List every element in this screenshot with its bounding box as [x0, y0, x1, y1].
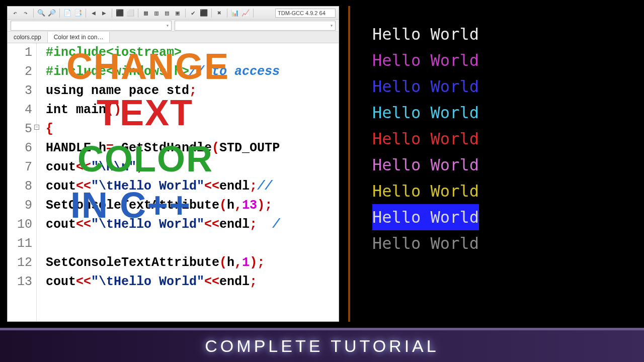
code-line[interactable]: cout<<"\tHello World"<<endl; / — [46, 215, 280, 234]
line-number: 11 — [8, 234, 32, 253]
compiler-select[interactable]: TDM-GCC 4.9.2 64 — [275, 9, 336, 18]
code-line[interactable]: int main() — [46, 101, 280, 120]
console-output: Hello WorldHello WorldHello WorldHello W… — [348, 6, 637, 322]
console-line: Hello World — [372, 47, 637, 73]
line-number: 10 — [8, 215, 32, 234]
toolbar-icon[interactable]: ↷ — [21, 9, 30, 18]
toolbar-icon[interactable]: ▤ — [163, 9, 172, 18]
console-line: Hello World — [372, 230, 637, 256]
code-line[interactable] — [46, 234, 280, 253]
line-number: 12 — [8, 253, 32, 273]
code-line[interactable]: cout<<"\tHello World"<<endl; — [46, 273, 280, 292]
code-line[interactable]: cout<<"\n\n"; — [46, 158, 280, 177]
ide-panel: ↶↷🔍🔎📄📑◀▶⬛⬜▦▥▤▣✔⬛✖📊📈TDM-GCC 4.9.2 64 ▾ ▾ … — [7, 6, 339, 322]
console-line: Hello World — [372, 152, 637, 178]
footer-banner: COMPLETE TUTORIAL — [0, 328, 644, 362]
toolbar-icon[interactable]: ◀ — [89, 9, 98, 18]
code-editor[interactable]: 12345−678910111213 #include<iostream>#in… — [8, 43, 339, 321]
footer-text: COMPLETE TUTORIAL — [205, 336, 439, 356]
console-line: Hello World — [372, 21, 637, 47]
toolbar-icon[interactable]: 📑 — [73, 9, 83, 18]
code-line[interactable]: cout<<"\tHello World"<<endl;// — [46, 177, 280, 196]
line-number: 4 — [8, 101, 32, 120]
console-line: Hello World — [372, 178, 637, 204]
console-line: Hello World — [372, 204, 637, 230]
ide-combo-row: ▾ ▾ — [8, 20, 339, 32]
line-number: 9 — [8, 196, 32, 215]
code-line[interactable]: #include<iostream> — [46, 43, 280, 62]
console-line: Hello World — [372, 100, 637, 126]
line-number: 6 — [8, 139, 32, 158]
toolbar-icon[interactable]: ▦ — [141, 9, 150, 18]
ide-tabs: colors.cppColor text in con… — [8, 32, 339, 43]
toolbar-icon[interactable]: 📈 — [241, 9, 250, 18]
toolbar-icon[interactable]: ⬛ — [115, 9, 124, 18]
line-number: 3 — [8, 81, 32, 101]
editor-tab[interactable]: Color text in con… — [48, 32, 110, 43]
toolbar-icon[interactable]: ✔ — [189, 9, 198, 18]
console-line: Hello World — [372, 73, 637, 100]
toolbar-icon[interactable]: 🔍 — [37, 9, 46, 18]
editor-tab[interactable]: colors.cpp — [8, 32, 48, 43]
code-line[interactable]: SetConsoleTextAttribute(h,13); — [46, 196, 280, 215]
toolbar-icon[interactable]: ▶ — [100, 9, 109, 18]
code-line[interactable]: #include<windows.h>// to access — [46, 62, 280, 81]
code-line[interactable]: HANDLE h= GetStdHandle(STD_OUTP — [46, 139, 280, 158]
toolbar-icon[interactable]: ⬛ — [199, 9, 208, 18]
line-number-gutter: 12345−678910111213 — [8, 43, 37, 321]
line-number: 7 — [8, 158, 32, 177]
line-number: 2 — [8, 62, 32, 81]
fold-icon[interactable]: − — [34, 125, 39, 130]
combo-method[interactable]: ▾ — [175, 21, 336, 31]
toolbar-icon[interactable]: ▣ — [173, 9, 182, 18]
toolbar-icon[interactable]: 📊 — [230, 9, 239, 18]
toolbar-icon[interactable]: 🔎 — [47, 9, 56, 18]
toolbar-icon[interactable]: ⬜ — [126, 9, 135, 18]
console-line: Hello World — [372, 126, 637, 152]
line-number: 1 — [8, 43, 32, 62]
toolbar-icon[interactable]: ▥ — [152, 9, 161, 18]
combo-class[interactable]: ▾ — [11, 21, 172, 31]
code-line[interactable]: using name pace std; — [46, 81, 280, 101]
ide-toolbar: ↶↷🔍🔎📄📑◀▶⬛⬜▦▥▤▣✔⬛✖📊📈TDM-GCC 4.9.2 64 — [8, 7, 339, 20]
line-number: 8 — [8, 177, 32, 196]
code-line[interactable]: SetConsoleTextAttribute(h,1); — [46, 253, 280, 273]
line-number: 13 — [8, 273, 32, 292]
line-number: 5− — [8, 120, 32, 139]
toolbar-icon[interactable]: ✖ — [215, 9, 224, 18]
toolbar-icon[interactable]: 📄 — [63, 9, 72, 18]
code-line[interactable]: { — [46, 120, 280, 139]
code-text[interactable]: #include<iostream>#include<windows.h>// … — [37, 43, 280, 321]
toolbar-icon[interactable]: ↶ — [11, 9, 20, 18]
